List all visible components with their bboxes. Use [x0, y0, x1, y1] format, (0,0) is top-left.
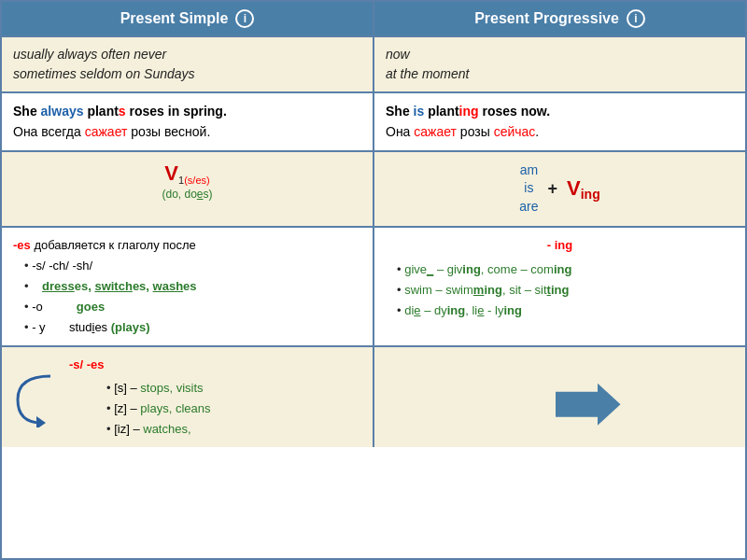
- formula-row: V1(s/es) (do, does) am is are + Ving: [2, 150, 745, 226]
- rules-left-list: -s/ -ch/ -sh/ dresses, switches, washes …: [13, 256, 361, 338]
- adverbs-right-cell: now at the moment: [374, 37, 745, 91]
- formula-right-cell: am is are + Ving: [374, 152, 745, 226]
- formula-am-is-are: am is are: [519, 161, 538, 217]
- formula-hint: (do, does): [11, 186, 363, 201]
- examples-right-cell: She is planting roses now. Она сажает ро…: [374, 93, 745, 150]
- formula-plus: +: [548, 179, 558, 199]
- list-item: -s/ -ch/ -sh/: [24, 256, 361, 276]
- list-item: [iz] – watches,: [106, 419, 211, 440]
- example-left-line2: Она всегда сажает розы весной.: [13, 121, 361, 142]
- list-item: - y studies (plays): [24, 317, 361, 338]
- adverbs-now: now: [386, 45, 734, 64]
- list-item: dresses, switches, washes: [24, 276, 361, 297]
- rules-right-intro: - ing: [386, 235, 734, 256]
- header-row: Present Simple i Present Progressive i: [2, 2, 745, 35]
- arrow-right-icon: [556, 384, 621, 426]
- info-icon-right[interactable]: i: [627, 9, 645, 28]
- header-right-title: Present Progressive: [474, 10, 619, 27]
- curved-arrow-icon: [13, 371, 60, 427]
- bottom-left-cell: -s/ -es [s] – stops, visits [z] – plays,…: [2, 347, 374, 447]
- example-right-line1: She is planting roses now.: [386, 101, 734, 121]
- example-right-line2: Она сажает розы сейчас.: [386, 121, 734, 142]
- formula-ving: Ving: [567, 176, 600, 202]
- svg-marker-0: [36, 416, 46, 427]
- bottom-right-cell: [374, 347, 745, 447]
- adverbs-moment: at the moment: [386, 64, 734, 84]
- rules-row: -es добавляется к глаголу после -s/ -ch/…: [2, 226, 745, 345]
- bottom-list: [s] – stops, visits [z] – plays, cleans …: [69, 378, 211, 440]
- adverbs-left-cell: usually always often never sometimes sel…: [2, 37, 374, 91]
- adverbs-line1: usually always often never: [13, 45, 361, 64]
- list-item: give_ – giving, come – coming: [397, 259, 734, 280]
- rules-left-intro: -es добавляется к глаголу после: [13, 235, 361, 256]
- formula-left: V1(s/es): [11, 161, 363, 186]
- main-table: Present Simple i Present Progressive i u…: [0, 0, 747, 560]
- list-item: [s] – stops, visits: [106, 378, 211, 399]
- header-present-progressive: Present Progressive i: [374, 2, 745, 35]
- examples-left-cell: She always plants roses in spring. Она в…: [2, 93, 374, 150]
- adverbs-row: usually always often never sometimes sel…: [2, 35, 745, 91]
- header-present-simple: Present Simple i: [2, 2, 374, 35]
- adverbs-line2: sometimes seldom on Sundays: [13, 64, 361, 84]
- rules-right-list: give_ – giving, come – coming swim – swi…: [386, 259, 734, 321]
- bottom-row: -s/ -es [s] – stops, visits [z] – plays,…: [2, 345, 745, 447]
- list-item: [z] – plays, cleans: [106, 399, 211, 419]
- example-left-line1: She always plants roses in spring.: [13, 101, 361, 121]
- list-item: die – dying, lie - lying: [397, 301, 734, 321]
- rules-left-cell: -es добавляется к глаголу после -s/ -ch/…: [2, 228, 374, 345]
- header-left-title: Present Simple: [120, 10, 229, 27]
- formula-left-cell: V1(s/es) (do, does): [2, 152, 374, 226]
- list-item: -o goes: [24, 297, 361, 317]
- bottom-label: -s/ -es: [69, 357, 105, 371]
- info-icon-left[interactable]: i: [235, 9, 254, 28]
- rules-right-cell: - ing give_ – giving, come – coming swim…: [374, 228, 745, 345]
- list-item: swim – swimming, sit – sitting: [397, 280, 734, 301]
- examples-row: She always plants roses in spring. Она в…: [2, 91, 745, 150]
